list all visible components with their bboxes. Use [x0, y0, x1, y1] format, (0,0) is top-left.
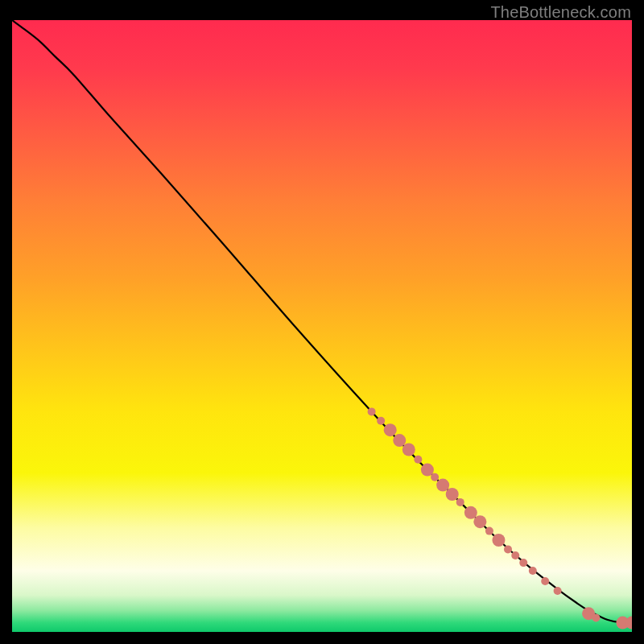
marker-point: [504, 545, 512, 553]
marker-point: [384, 423, 397, 436]
marker-point: [485, 527, 493, 535]
marker-point: [529, 567, 537, 575]
bottleneck-chart: [12, 20, 632, 632]
marker-point: [592, 614, 600, 622]
marker-point: [554, 587, 562, 595]
marker-point: [421, 464, 434, 477]
marker-point: [492, 534, 505, 547]
marker-point: [511, 551, 519, 559]
marker-point: [541, 577, 549, 585]
marker-point: [519, 559, 527, 567]
marker-point: [368, 407, 376, 415]
chart-container: TheBottleneck.com: [0, 0, 644, 644]
marker-point: [456, 498, 464, 506]
marker-point: [473, 515, 486, 528]
marker-point: [402, 444, 415, 456]
marker-point: [414, 456, 422, 464]
marker-point: [377, 417, 385, 425]
attribution-label: TheBottleneck.com: [490, 3, 631, 22]
marker-point: [393, 434, 406, 447]
marker-point: [446, 488, 459, 501]
marker-point: [436, 479, 449, 492]
marker-point: [431, 473, 439, 481]
marker-point: [464, 506, 477, 519]
